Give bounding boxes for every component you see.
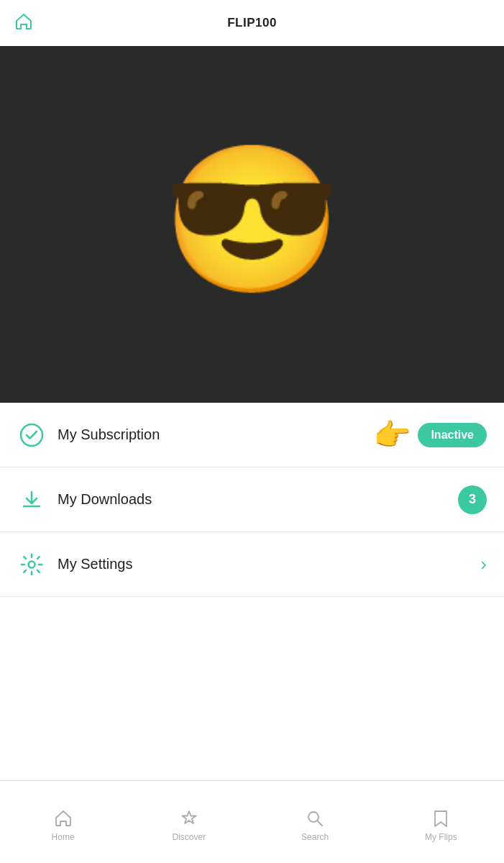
search-nav-label: Search [301, 832, 329, 842]
downloads-item[interactable]: My Downloads 3 [0, 467, 504, 532]
home-nav-label: Home [52, 832, 75, 842]
settings-item[interactable]: My Settings › [0, 532, 504, 597]
inactive-badge: Inactive [418, 423, 487, 447]
hero-area: 😎 [0, 0, 504, 403]
myflips-nav-label: My Flips [425, 832, 457, 842]
nav-item-home[interactable]: Home [0, 802, 126, 842]
header: FLIP100 [0, 0, 504, 46]
bottom-nav: Home Discover Search My Flips [0, 780, 504, 863]
svg-point-0 [21, 424, 42, 446]
nav-item-discover[interactable]: Discover [126, 802, 252, 842]
hero-emoji: 😎 [162, 147, 342, 291]
nav-item-myflips[interactable]: My Flips [378, 802, 504, 842]
star-nav-icon [180, 809, 198, 828]
discover-nav-label: Discover [173, 832, 206, 842]
pointing-hand-icon: 👈 [375, 417, 412, 452]
header-title: FLIP100 [227, 16, 277, 30]
chevron-right-icon: › [480, 553, 487, 575]
subscription-item[interactable]: My Subscription 👈 Inactive [0, 403, 504, 467]
nav-item-search[interactable]: Search [252, 802, 378, 842]
menu-section: My Subscription 👈 Inactive My Downloads … [0, 403, 504, 597]
subscription-label: My Subscription [58, 426, 375, 443]
svg-point-1 [29, 561, 35, 567]
search-nav-icon [306, 809, 324, 828]
downloads-count-badge: 3 [458, 485, 487, 514]
gear-icon [17, 550, 46, 579]
header-home-icon[interactable] [14, 12, 33, 34]
downloads-label: My Downloads [58, 491, 458, 508]
svg-line-3 [318, 821, 323, 826]
download-icon [17, 485, 46, 514]
bookmark-nav-icon [433, 809, 449, 828]
home-nav-icon [54, 809, 73, 828]
check-badge-icon [17, 421, 46, 449]
settings-label: My Settings [58, 556, 480, 572]
